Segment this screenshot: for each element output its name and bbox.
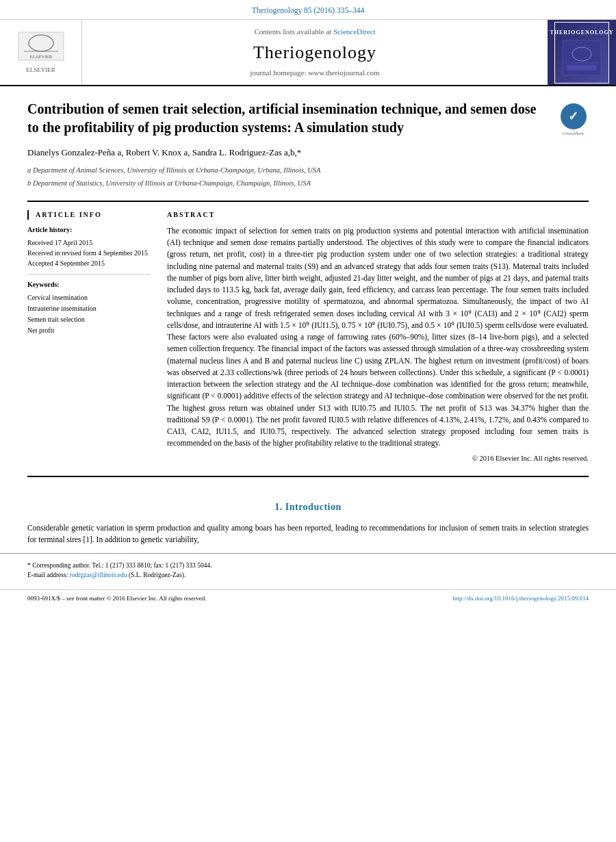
affiliation-a: a Department of Animal Sciences, Univers… bbox=[27, 165, 548, 175]
crossmark-label: CrossMark bbox=[563, 131, 584, 138]
article-info-heading: ARTICLE INFO bbox=[27, 210, 151, 220]
email-line: E-mail address: rodrgzas@illinois.edu (S… bbox=[27, 570, 589, 580]
journal-header-center: Contents lists available at ScienceDirec… bbox=[82, 20, 548, 85]
elsevier-logo-area: ELSEVIER ELSEVIER bbox=[0, 20, 82, 85]
journal-cover-image: THERIOGENOLOGY bbox=[554, 22, 609, 84]
abstract-text: The economic impact of selection for sem… bbox=[167, 225, 589, 450]
received-date: Received 17 April 2015 bbox=[27, 238, 151, 248]
abstract-column: ABSTRACT The economic impact of selectio… bbox=[167, 210, 589, 463]
divider-main bbox=[27, 201, 589, 202]
footnote-area: * Corresponding author. Tel.: 1 (217) 33… bbox=[0, 553, 616, 587]
journal-citation-bar: Theriogenology 85 (2016) 335–344 bbox=[0, 0, 616, 20]
corresponding-author: * Corresponding author. Tel.: 1 (217) 33… bbox=[27, 561, 589, 570]
article-info-column: ARTICLE INFO Article history: Received 1… bbox=[27, 210, 151, 463]
doi-link[interactable]: http://dx.doi.org/10.1016/j.theriogenolo… bbox=[453, 594, 589, 603]
keyword-3: Semen trait selection bbox=[27, 314, 151, 325]
article-title-text: Contribution of semen trait selection, a… bbox=[27, 100, 548, 191]
abstract-heading: ABSTRACT bbox=[167, 210, 589, 220]
issn-text: 0093-691X/$ – see front matter © 2016 El… bbox=[27, 594, 207, 603]
journal-citation-link[interactable]: Theriogenology 85 (2016) 335–344 bbox=[252, 6, 365, 14]
svg-rect-7 bbox=[567, 65, 597, 71]
contents-available-text: Contents lists available at ScienceDirec… bbox=[254, 27, 375, 37]
copyright-text: © 2016 Elsevier Inc. All rights reserved… bbox=[167, 454, 589, 464]
crossmark-area: ✓ CrossMark bbox=[558, 103, 589, 138]
authors-line: Dianelys Gonzalez-Peña a, Robert V. Knox… bbox=[27, 146, 548, 159]
elsevier-logo-image: ELSEVIER bbox=[17, 31, 65, 65]
cover-title: THERIOGENOLOGY bbox=[550, 29, 613, 36]
article-title: Contribution of semen trait selection, a… bbox=[27, 100, 548, 137]
keyword-1: Cervical insemination bbox=[27, 292, 151, 303]
keyword-2: Intrauterine insemination bbox=[27, 303, 151, 314]
sciencedirect-link[interactable]: ScienceDirect bbox=[333, 27, 376, 36]
elsevier-text: ELSEVIER bbox=[17, 66, 65, 75]
journal-homepage: journal homepage: www.theriojournal.com bbox=[250, 68, 379, 78]
revised-date: Received in revised form 4 September 201… bbox=[27, 248, 151, 258]
email-link[interactable]: rodrgzas@illinois.edu bbox=[70, 572, 127, 578]
divider-bottom bbox=[27, 476, 589, 477]
intro-heading: 1. Introduction bbox=[27, 500, 589, 514]
journal-title: Theriogenology bbox=[253, 40, 376, 65]
journal-header: ELSEVIER ELSEVIER Contents lists availab… bbox=[0, 20, 616, 86]
divider-keywords bbox=[27, 274, 151, 275]
svg-text:ELSEVIER: ELSEVIER bbox=[29, 54, 52, 60]
affiliation-b: b Department of Statistics, University o… bbox=[27, 178, 548, 188]
two-column-layout: ARTICLE INFO Article history: Received 1… bbox=[27, 210, 589, 463]
crossmark-icon: ✓ bbox=[561, 103, 587, 129]
intro-section: 1. Introduction Considerable genetic var… bbox=[0, 500, 616, 546]
accepted-date: Accepted 4 September 2015 bbox=[27, 258, 151, 268]
history-label: Article history: bbox=[27, 225, 151, 235]
article-area: Contribution of semen trait selection, a… bbox=[0, 86, 616, 500]
intro-text: Considerable genetic variation in sperm … bbox=[27, 522, 589, 546]
keywords-label: Keywords: bbox=[27, 280, 151, 290]
keyword-4: Net profit bbox=[27, 325, 151, 336]
journal-cover-area: THERIOGENOLOGY bbox=[548, 20, 616, 85]
article-title-section: Contribution of semen trait selection, a… bbox=[27, 100, 589, 191]
bottom-bar: 0093-691X/$ – see front matter © 2016 El… bbox=[0, 589, 616, 607]
